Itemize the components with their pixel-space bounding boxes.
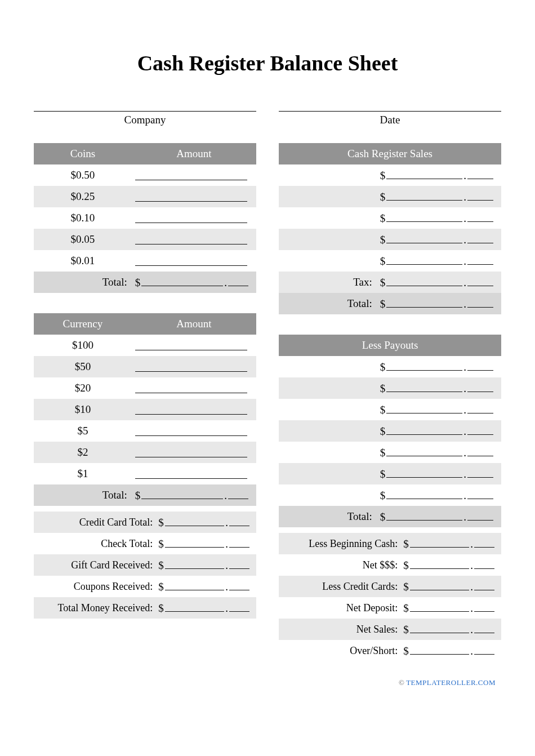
payouts-total-amount[interactable]: $. — [377, 506, 501, 527]
summary-left-amount[interactable]: $. — [158, 533, 256, 554]
footer: © TEMPLATEROLLER.COM — [34, 678, 501, 687]
summary-right-label: Over/Short: — [279, 640, 403, 661]
summary-right-label: Net $$$: — [279, 554, 403, 576]
coin-amount-line[interactable] — [132, 229, 256, 250]
summary-right-table: Less Beginning Cash:$. Net $$$:$. Less C… — [279, 533, 501, 661]
summary-left-label: Total Money Received: — [34, 597, 158, 619]
currency-denom: $20 — [34, 377, 132, 399]
currency-denom: $50 — [34, 356, 132, 377]
coin-denom: $0.25 — [34, 186, 132, 207]
currency-total-label: Total: — [34, 484, 132, 506]
sales-table: Cash Register Sales $. $. $. $. $. Tax:$… — [279, 143, 501, 314]
currency-denom: $1 — [34, 463, 132, 484]
coin-denom: $0.01 — [34, 250, 132, 272]
footer-link[interactable]: TEMPLATEROLLER.COM — [406, 678, 496, 687]
coin-amount-line[interactable] — [132, 250, 256, 272]
sales-total-amount[interactable]: $. — [377, 293, 501, 314]
summary-right-amount[interactable]: $. — [403, 640, 501, 661]
currency-header-right: Amount — [132, 313, 256, 335]
currency-total-amount[interactable]: $. — [132, 484, 256, 506]
coin-amount-line[interactable] — [132, 207, 256, 229]
sales-amount[interactable]: $. — [377, 229, 501, 250]
currency-amount-line[interactable] — [132, 442, 256, 463]
sales-amount[interactable]: $. — [377, 186, 501, 207]
summary-right-amount[interactable]: $. — [403, 533, 501, 554]
summary-left-amount[interactable]: $. — [158, 576, 256, 597]
summary-left-amount[interactable]: $. — [158, 512, 256, 533]
currency-denom: $10 — [34, 399, 132, 420]
summary-right-amount[interactable]: $. — [403, 619, 501, 640]
currency-amount-line[interactable] — [132, 399, 256, 420]
sales-amount[interactable]: $. — [377, 164, 501, 186]
company-label: Company — [34, 114, 256, 126]
coin-denom: $0.10 — [34, 207, 132, 229]
currency-denom: $2 — [34, 442, 132, 463]
company-field-line[interactable] — [34, 98, 256, 112]
coins-header-right: Amount — [132, 143, 256, 164]
sales-tax-label: Tax: — [279, 272, 377, 293]
currency-amount-line[interactable] — [132, 463, 256, 484]
payout-amount[interactable]: $. — [377, 356, 501, 377]
payout-amount[interactable]: $. — [377, 420, 501, 442]
currency-amount-line[interactable] — [132, 420, 256, 442]
currency-header-left: Currency — [34, 313, 132, 335]
summary-left-label: Coupons Received: — [34, 576, 158, 597]
coin-amount-line[interactable] — [132, 186, 256, 207]
date-label: Date — [279, 114, 501, 126]
payout-amount[interactable]: $. — [377, 484, 501, 506]
date-field-line[interactable] — [279, 98, 501, 112]
sales-amount[interactable]: $. — [377, 207, 501, 229]
currency-denom: $100 — [34, 335, 132, 356]
coins-header-left: Coins — [34, 143, 132, 164]
sales-tax-amount[interactable]: $. — [377, 272, 501, 293]
summary-right-label: Net Sales: — [279, 619, 403, 640]
currency-amount-line[interactable] — [132, 356, 256, 377]
payouts-total-label: Total: — [279, 506, 377, 527]
payouts-table: Less Payouts $. $. $. $. $. $. $. Total:… — [279, 335, 501, 527]
payout-amount[interactable]: $. — [377, 442, 501, 463]
sales-header: Cash Register Sales — [279, 143, 501, 164]
currency-amount-line[interactable] — [132, 377, 256, 399]
summary-right-label: Less Credit Cards: — [279, 576, 403, 597]
coins-total-label: Total: — [34, 272, 132, 293]
summary-left-table: Credit Card Total:$. Check Total:$. Gift… — [34, 512, 256, 619]
summary-right-amount[interactable]: $. — [403, 576, 501, 597]
summary-right-label: Net Deposit: — [279, 597, 403, 619]
summary-left-amount[interactable]: $. — [158, 554, 256, 576]
currency-denom: $5 — [34, 420, 132, 442]
summary-right-label: Less Beginning Cash: — [279, 533, 403, 554]
summary-left-amount[interactable]: $. — [158, 597, 256, 619]
sales-amount[interactable]: $. — [377, 250, 501, 272]
summary-right-amount[interactable]: $. — [403, 597, 501, 619]
payout-amount[interactable]: $. — [377, 377, 501, 399]
sales-total-label: Total: — [279, 293, 377, 314]
summary-left-label: Credit Card Total: — [34, 512, 158, 533]
currency-amount-line[interactable] — [132, 335, 256, 356]
coin-denom: $0.50 — [34, 164, 132, 186]
currency-table: Currency Amount $100 $50 $20 $10 $5 $2 $… — [34, 313, 256, 506]
footer-copy: © — [399, 678, 404, 687]
page-title: Cash Register Balance Sheet — [34, 51, 501, 75]
coins-total-amount[interactable]: $. — [132, 272, 256, 293]
summary-left-label: Check Total: — [34, 533, 158, 554]
coins-table: Coins Amount $0.50 $0.25 $0.10 $0.05 $0.… — [34, 143, 256, 293]
summary-right-amount[interactable]: $. — [403, 554, 501, 576]
coin-denom: $0.05 — [34, 229, 132, 250]
payout-amount[interactable]: $. — [377, 399, 501, 420]
summary-left-label: Gift Card Received: — [34, 554, 158, 576]
coin-amount-line[interactable] — [132, 164, 256, 186]
payout-amount[interactable]: $. — [377, 463, 501, 484]
payouts-header: Less Payouts — [279, 335, 501, 356]
